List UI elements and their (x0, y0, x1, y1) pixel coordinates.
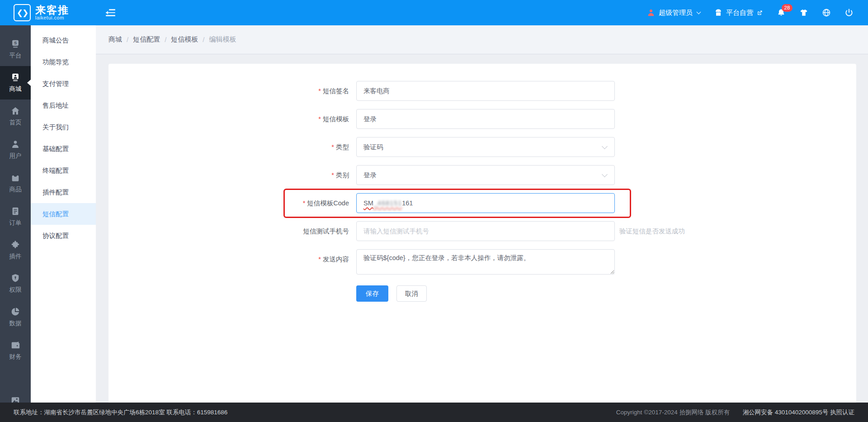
footer-copyright: Copyright ©2017-2024 拾捌网络 版权所有 (616, 408, 730, 417)
user-menu[interactable]: 超级管理员 (646, 8, 700, 17)
type-label: 类型 (336, 143, 349, 151)
breadcrumb-sms-config[interactable]: 短信配置 (133, 35, 160, 44)
shopping-bag-icon (10, 173, 20, 183)
footer-contact: 联系地址：湖南省长沙市岳麓区绿地中央广场6栋2018室 联系电话：6159816… (14, 408, 227, 417)
submenu-item-payment[interactable]: 支付管理 (31, 73, 96, 95)
type-select[interactable]: 验证码 (356, 137, 615, 157)
category-label: 类别 (336, 171, 349, 179)
brand-domain: laiketui.com (35, 15, 69, 21)
submenu-item-terminal-config[interactable]: 终端配置 (31, 160, 96, 181)
breadcrumb: 商城 / 短信配置 / 短信模板 / 编辑模板 (96, 25, 868, 54)
code-masked: _468151 (373, 199, 402, 207)
rail-item-mall[interactable]: 商城 (0, 66, 31, 100)
footer-beian[interactable]: 湘公网安备 43010402000895号 执照认证 (742, 408, 854, 417)
test-phone-hint: 验证短信是否发送成功 (619, 221, 685, 241)
mall-icon (10, 72, 20, 82)
form-row-category: *类别 登录 (108, 165, 856, 185)
rail-item-permissions[interactable]: 权限 (0, 267, 31, 300)
submenu-item-agreement-config[interactable]: 协议配置 (31, 225, 96, 247)
sms-template-input[interactable] (356, 109, 615, 129)
brand-name: 来客推 (35, 5, 69, 15)
breadcrumb-edit-template: 编辑模板 (209, 35, 236, 44)
selected-notch (27, 80, 31, 86)
save-button[interactable]: 保存 (356, 285, 388, 302)
code-prefix: SM (363, 199, 373, 207)
category-select[interactable]: 登录 (356, 165, 615, 185)
primary-sidebar: S 平台 商城 首页 用户 (0, 25, 31, 403)
chevron-down-icon (697, 9, 701, 14)
breadcrumb-sms-template[interactable]: 短信模板 (171, 35, 198, 44)
user-icon (10, 139, 20, 149)
form-row-type: *类型 验证码 (108, 137, 856, 157)
document-icon (10, 206, 20, 216)
notifications-button[interactable]: 28 (777, 8, 786, 17)
rail-item-orders[interactable]: 订单 (0, 200, 31, 233)
svg-text:S: S (14, 41, 17, 45)
template-label: 短信模板 (323, 115, 349, 123)
form-row-template: *短信模板 (108, 109, 856, 129)
logout-button[interactable] (844, 8, 854, 17)
secondary-sidebar: 商城公告 功能导览 支付管理 售后地址 关于我们 基础配置 终端配置 插件配置 … (31, 25, 96, 403)
form-row-content: *发送内容 验证码${code}，您正在登录，若非本人操作，请勿泄露。 (108, 249, 856, 275)
form-row-sign: *短信签名 (108, 81, 856, 101)
submenu-item-feature-guide[interactable]: 功能导览 (31, 51, 96, 73)
cancel-button[interactable]: 取消 (396, 285, 427, 302)
code-label: 短信模板Code (307, 199, 349, 207)
brand-logo-icon: ❮❯ (14, 4, 31, 21)
pie-chart-icon (10, 307, 20, 317)
code-suffix: 161 (402, 199, 413, 207)
content-label: 发送内容 (323, 256, 349, 263)
rail-item-home[interactable]: 首页 (0, 100, 31, 133)
rail-item-platform[interactable]: S 平台 (0, 33, 31, 66)
home-icon (10, 106, 20, 116)
tshirt-icon (799, 8, 808, 17)
breadcrumb-mall[interactable]: 商城 (108, 35, 122, 44)
page-footer: 联系地址：湖南省长沙市岳麓区绿地中央广场6栋2018室 联系电话：6159816… (0, 403, 868, 422)
send-content-textarea[interactable]: 验证码${code}，您正在登录，若非本人操作，请勿泄露。 (356, 249, 615, 275)
top-header: ❮❯ 来客推 laiketui.com 超级管理员 平台自营 (0, 0, 868, 25)
form-row-code: *短信模板Code SM_468151161 (108, 193, 856, 213)
rail-item-users[interactable]: 用户 (0, 133, 31, 166)
submenu-item-plugin-config[interactable]: 插件配置 (31, 181, 96, 203)
shop-decoration-button[interactable] (799, 8, 808, 17)
power-icon (844, 8, 854, 17)
puzzle-icon (10, 240, 20, 250)
submenu-item-basic-config[interactable]: 基础配置 (31, 138, 96, 160)
platform-icon: S (10, 39, 20, 49)
picture-icon (10, 395, 20, 403)
wallet-icon (10, 340, 20, 350)
template-code-input[interactable]: SM_468151161 (356, 193, 615, 213)
content-area: *短信签名 *短信模板 *类型 验证码 (96, 54, 868, 403)
form-row-test-phone: 短信测试手机号 验证短信是否发送成功 (108, 221, 856, 241)
shield-key-icon (10, 273, 20, 283)
menu-fold-icon[interactable] (106, 9, 115, 16)
globe-icon (822, 8, 831, 17)
submenu-item-sms-config[interactable]: 短信配置 (31, 203, 96, 225)
brand-logo[interactable]: ❮❯ 来客推 laiketui.com (0, 4, 96, 21)
avatar (646, 8, 656, 17)
platform-link[interactable]: 平台自营 (714, 8, 763, 17)
form-card: *短信签名 *短信模板 *类型 验证码 (108, 64, 856, 403)
sign-label: 短信签名 (323, 87, 349, 95)
external-link-icon (756, 9, 763, 16)
store-icon (714, 8, 723, 17)
test-phone-input[interactable] (356, 221, 615, 241)
rail-item-material[interactable] (0, 395, 31, 403)
notification-count-badge: 28 (782, 4, 793, 12)
rail-item-finance[interactable]: 财务 (0, 334, 31, 367)
rail-item-goods[interactable]: 商品 (0, 166, 31, 200)
submenu-item-about-us[interactable]: 关于我们 (31, 116, 96, 138)
test-phone-label: 短信测试手机号 (303, 228, 349, 235)
submenu-item-aftersale-address[interactable]: 售后地址 (31, 95, 96, 116)
user-role-label: 超级管理员 (659, 9, 693, 17)
language-button[interactable] (822, 8, 831, 17)
sms-sign-input[interactable] (356, 81, 615, 101)
rail-item-data[interactable]: 数据 (0, 300, 31, 334)
submenu-item-mall-announcement[interactable]: 商城公告 (31, 29, 96, 51)
platform-link-label: 平台自营 (726, 9, 753, 17)
rail-item-plugins[interactable]: 插件 (0, 233, 31, 267)
